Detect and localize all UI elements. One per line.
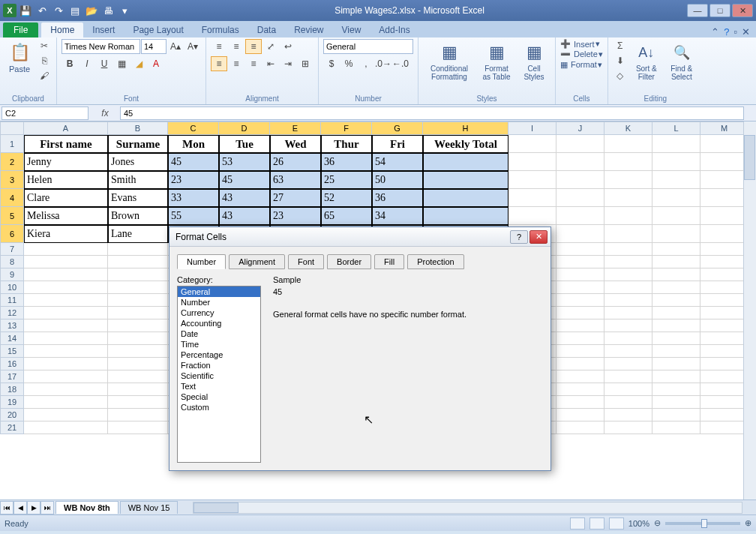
row-header-4[interactable]: 4 (0, 189, 24, 207)
cell-M14[interactable] (700, 332, 748, 345)
cell-A18[interactable] (24, 383, 108, 396)
cell-M19[interactable] (700, 396, 748, 409)
cell-A19[interactable] (24, 396, 108, 409)
cell-B19[interactable] (108, 396, 168, 409)
window-restore-icon[interactable]: ▫ (734, 26, 737, 38)
cell-A21[interactable] (24, 422, 108, 434)
cell-A2[interactable]: Jenny (24, 153, 108, 171)
cell-B9[interactable] (108, 268, 168, 281)
cell-D2[interactable]: 53 (219, 153, 270, 171)
col-header-H[interactable]: H (423, 122, 508, 135)
merge-center-icon[interactable]: ⊞ (297, 56, 314, 71)
cell-K12[interactable] (604, 307, 652, 320)
align-top-icon[interactable]: ≡ (211, 39, 227, 54)
cell-K16[interactable] (604, 358, 652, 370)
row-header-10[interactable]: 10 (0, 281, 24, 294)
font-color-button[interactable]: A (148, 56, 164, 71)
font-name-select[interactable] (62, 39, 140, 54)
underline-button[interactable]: U (96, 56, 112, 71)
dialog-tab-protection[interactable]: Protection (407, 254, 464, 269)
cell-J10[interactable] (556, 281, 604, 294)
save-icon[interactable]: 💾 (18, 3, 33, 18)
sheet-tab-active[interactable]: WB Nov 8th (56, 501, 118, 514)
cell-M4[interactable] (700, 189, 748, 207)
cell-B3[interactable]: Smith (108, 171, 168, 189)
cell-B1[interactable]: Surname (108, 135, 168, 153)
cell-H3[interactable] (423, 171, 508, 189)
cell-B16[interactable] (108, 358, 168, 370)
vertical-scrollbar[interactable] (743, 122, 756, 500)
cell-I2[interactable] (508, 153, 556, 171)
cell-K14[interactable] (604, 332, 652, 345)
category-special[interactable]: Special (178, 392, 260, 402)
cell-A17[interactable] (24, 370, 108, 383)
cell-L19[interactable] (652, 396, 700, 409)
open-icon[interactable]: 📂 (84, 3, 99, 18)
cell-L10[interactable] (652, 281, 700, 294)
row-header-16[interactable]: 16 (0, 358, 24, 370)
cell-B6[interactable]: Lane (108, 225, 168, 243)
cell-D1[interactable]: Tue (219, 135, 270, 153)
cell-J18[interactable] (556, 383, 604, 396)
cell-H1[interactable]: Weekly Total (423, 135, 508, 153)
file-tab[interactable]: File (3, 22, 38, 38)
cell-E3[interactable]: 63 (270, 171, 321, 189)
cell-L15[interactable] (652, 345, 700, 358)
category-general[interactable]: General (178, 286, 260, 297)
print-icon[interactable]: 🖶 (100, 3, 116, 18)
cell-M10[interactable] (700, 281, 748, 294)
insert-button[interactable]: ➕Insert ▾ (560, 39, 600, 49)
shrink-font-icon[interactable]: A▾ (184, 39, 201, 54)
zoom-in-icon[interactable]: ⊕ (745, 518, 752, 528)
cell-A1[interactable]: First name (24, 135, 108, 153)
category-time[interactable]: Time (178, 339, 260, 350)
category-list[interactable]: GeneralNumberCurrencyAccountingDateTimeP… (177, 286, 261, 463)
fill-color-button[interactable]: ◢ (130, 56, 147, 71)
workbook-close-icon[interactable]: ✕ (742, 26, 750, 38)
cell-M16[interactable] (700, 358, 748, 370)
cell-M8[interactable] (700, 256, 748, 268)
cell-G1[interactable]: Fri (372, 135, 423, 153)
cell-J15[interactable] (556, 345, 604, 358)
decrease-indent-icon[interactable]: ⇤ (262, 56, 279, 71)
cell-B2[interactable]: Jones (108, 153, 168, 171)
col-header-G[interactable]: G (372, 122, 423, 135)
col-header-M[interactable]: M (700, 122, 748, 135)
cell-K3[interactable] (604, 171, 652, 189)
row-header-9[interactable]: 9 (0, 268, 24, 281)
cell-A10[interactable] (24, 281, 108, 294)
align-left-icon[interactable]: ≡ (211, 56, 227, 71)
col-header-I[interactable]: I (508, 122, 556, 135)
undo-icon[interactable]: ↶ (34, 3, 50, 18)
row-header-2[interactable]: 2 (0, 153, 24, 171)
category-scientific[interactable]: Scientific (178, 370, 260, 381)
col-header-K[interactable]: K (604, 122, 652, 135)
cell-F1[interactable]: Thur (321, 135, 372, 153)
cell-L17[interactable] (652, 370, 700, 383)
tab-home[interactable]: Home (41, 22, 83, 38)
cell-M7[interactable] (700, 243, 748, 256)
format-painter-icon[interactable]: 🖌 (37, 69, 52, 82)
dialog-tab-number[interactable]: Number (177, 254, 226, 269)
clear-icon[interactable]: ◇ (613, 69, 628, 82)
redo-icon[interactable]: ↷ (51, 3, 66, 18)
cell-styles-button[interactable]: ▦ Cell Styles (518, 39, 550, 82)
align-right-icon[interactable]: ≡ (245, 56, 262, 71)
cell-E1[interactable]: Wed (270, 135, 321, 153)
cell-A12[interactable] (24, 307, 108, 320)
cell-M9[interactable] (700, 268, 748, 281)
tab-addins[interactable]: Add-Ins (370, 22, 418, 38)
cell-K17[interactable] (604, 370, 652, 383)
category-number[interactable]: Number (178, 297, 260, 308)
cell-B7[interactable] (108, 243, 168, 256)
col-header-F[interactable]: F (321, 122, 372, 135)
cell-L4[interactable] (652, 189, 700, 207)
cell-L3[interactable] (652, 171, 700, 189)
horizontal-scrollbar[interactable] (193, 502, 742, 514)
cell-K10[interactable] (604, 281, 652, 294)
page-layout-view-icon[interactable] (590, 518, 604, 530)
vscroll-thumb[interactable] (744, 135, 755, 180)
font-size-select[interactable] (141, 39, 166, 54)
align-middle-icon[interactable]: ≡ (228, 39, 244, 54)
cell-L9[interactable] (652, 268, 700, 281)
